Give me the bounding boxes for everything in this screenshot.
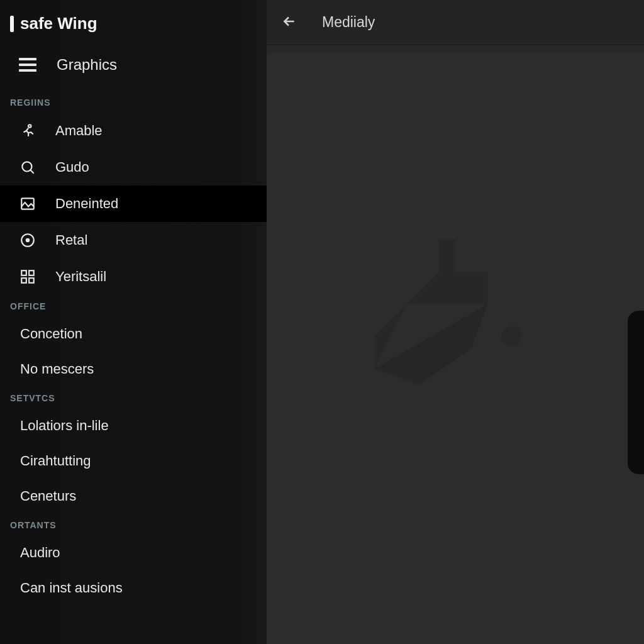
sidebar-item-audiro[interactable]: Audiro xyxy=(0,535,267,570)
record-icon xyxy=(19,231,36,249)
arrow-left-icon xyxy=(281,13,297,32)
main-panel: Mediialy xyxy=(267,0,644,644)
sidebar: safe Wing Graphics REGIINS Amable Gudo xyxy=(0,0,267,644)
right-edge-handle[interactable] xyxy=(628,311,644,474)
empty-state-icon xyxy=(338,224,540,425)
sidebar-item-label: Amable xyxy=(55,123,103,139)
sidebar-item-label: Audiro xyxy=(20,545,60,561)
sidebar-item-cirahtutting[interactable]: Cirahtutting xyxy=(0,443,267,479)
running-icon xyxy=(19,122,36,140)
sidebar-item-yeritsalil[interactable]: Yeritsalil xyxy=(0,258,267,295)
sidebar-item-label: Retal xyxy=(55,232,87,248)
brand-mark-icon xyxy=(10,16,14,32)
section-header-regiins: REGIINS xyxy=(0,91,267,113)
hamburger-icon[interactable] xyxy=(19,58,36,72)
sidebar-item-label: Cirahtutting xyxy=(20,453,91,469)
sidebar-item-no-mescers[interactable]: No mescers xyxy=(0,352,267,387)
svg-point-1 xyxy=(22,162,31,171)
sidebar-item-label: Deneinted xyxy=(55,196,118,212)
brand-title: safe Wing xyxy=(20,14,97,33)
svg-rect-7 xyxy=(21,278,26,283)
sidebar-item-label: Lolatiors in-lile xyxy=(20,418,109,434)
sidebar-item-gudo[interactable]: Gudo xyxy=(0,149,267,186)
svg-rect-5 xyxy=(21,270,26,275)
sidebar-item-amable[interactable]: Amable xyxy=(0,113,267,149)
sidebar-item-label: No mescers xyxy=(20,361,94,377)
grid-icon xyxy=(19,268,36,286)
sidebar-item-can-inst-ausions[interactable]: Can inst ausions xyxy=(0,570,267,606)
image-icon xyxy=(19,195,36,213)
brand: safe Wing xyxy=(0,8,267,45)
back-button[interactable] xyxy=(279,13,299,33)
sidebar-item-lolatiors[interactable]: Lolatiors in-lile xyxy=(0,408,267,443)
section-header-office: OFFICE xyxy=(0,295,267,316)
svg-point-11 xyxy=(502,326,522,347)
svg-marker-10 xyxy=(375,304,487,385)
sidebar-graphics-row[interactable]: Graphics xyxy=(0,45,267,91)
sidebar-item-label: Gudo xyxy=(55,159,89,175)
graphics-label: Graphics xyxy=(57,56,117,74)
sidebar-item-retal[interactable]: Retal xyxy=(0,222,267,258)
sidebar-item-label: Concetion xyxy=(20,326,82,342)
page-title: Mediialy xyxy=(322,14,375,31)
sidebar-item-deneinted[interactable]: Deneinted xyxy=(0,186,267,222)
svg-point-0 xyxy=(28,125,31,127)
sidebar-item-label: Yeritsalil xyxy=(55,269,106,285)
section-header-setvtcs: SETVTCS xyxy=(0,387,267,408)
search-icon xyxy=(19,158,36,176)
sidebar-item-label: Can inst ausions xyxy=(20,580,123,596)
svg-rect-6 xyxy=(29,270,34,275)
section-header-ortants: ORTANTS xyxy=(0,514,267,535)
sidebar-item-concetion[interactable]: Concetion xyxy=(0,316,267,352)
sidebar-item-ceneturs[interactable]: Ceneturs xyxy=(0,479,267,514)
svg-rect-8 xyxy=(29,278,34,283)
main-header: Mediialy xyxy=(267,0,644,45)
sidebar-item-label: Ceneturs xyxy=(20,488,76,504)
main-body xyxy=(267,53,644,644)
svg-point-4 xyxy=(26,238,30,243)
